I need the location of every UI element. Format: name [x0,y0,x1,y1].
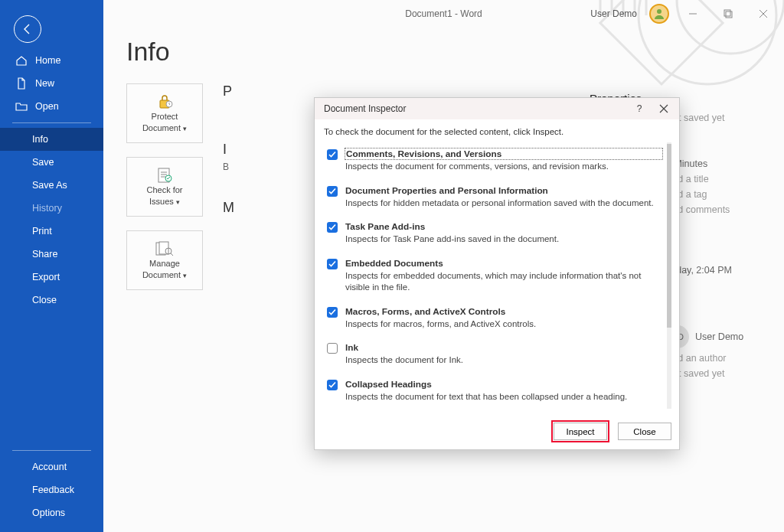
sidebar-label: Export [32,272,60,282]
option-label[interactable]: Document Properties and Personal Informa… [345,185,662,196]
inspector-option: Comments, Revisions, and VersionsInspect… [324,142,662,179]
sidebar-label: Save As [32,180,67,191]
checkbox[interactable] [327,380,338,390]
main-area: Document1 - Word User Demo Info Protect … [103,0,784,532]
option-description: Inspects the document for Ink. [345,354,662,367]
decorative-pattern [585,0,784,107]
sidebar-item-open[interactable]: Open [0,95,103,118]
svg-point-1 [677,0,784,54]
option-description: Inspects for macros, forms, and ActiveX … [345,318,662,331]
option-description: Inspects for embedded documents, which m… [345,270,662,294]
inspector-option: Embedded DocumentsInspects for embedded … [324,252,662,300]
sidebar-label: Share [32,249,57,259]
close-button[interactable]: Close [618,423,671,440]
author-name[interactable]: User Demo [695,331,743,342]
option-description: Inspects the document for comments, vers… [345,161,662,173]
sidebar-label: Home [35,55,60,66]
sidebar-item-export[interactable]: Export [0,266,103,289]
sidebar-item-history: History [0,197,103,220]
chevron-down-icon: ▾ [183,125,187,132]
home-icon [15,54,28,67]
chevron-down-icon: ▾ [183,272,187,279]
card-label-1: Manage [149,259,180,269]
document-inspector-dialog: Document Inspector ? To check the docume… [314,97,680,450]
option-label[interactable]: Collapsed Headings [345,379,662,390]
sidebar-label: History [32,203,62,214]
sidebar-item-new[interactable]: New [0,72,103,95]
window-title: Document1 - Word [405,8,482,19]
sidebar-label: Save [32,157,54,168]
sidebar-separator [12,122,91,123]
option-label[interactable]: Comments, Revisions, and Versions [345,149,662,159]
card-label-1: Check for [146,185,182,195]
option-description: Inspects the document for text that has … [345,391,662,403]
card-label-2: Document [142,123,183,132]
dialog-titlebar[interactable]: Document Inspector ? [315,98,679,119]
document-icon [15,77,28,90]
dialog-title: Document Inspector [324,103,627,114]
dialog-help-button[interactable]: ? [627,100,652,118]
sidebar-item-home[interactable]: Home [0,49,103,72]
inspector-option: Document Properties and Personal Informa… [324,179,662,216]
sidebar-item-feedback[interactable]: Feedback [0,478,103,501]
option-description: Inspects for Task Pane add-ins saved in … [345,233,662,246]
app-root: Home New Open Info Save Save As History … [0,0,784,532]
chevron-down-icon: ▾ [176,198,180,206]
inspect-button[interactable]: Inspect [554,423,607,440]
inspector-option: Macros, Forms, and ActiveX ControlsInspe… [324,300,662,337]
sidebar-item-close[interactable]: Close [0,289,103,312]
card-label-2: Issues [149,197,176,206]
checkbox[interactable] [327,149,338,160]
folder-open-icon [15,100,28,113]
card-label-1: Protect [152,112,178,122]
sidebar-label: Feedback [32,485,74,495]
manage-doc-icon [154,240,175,257]
sidebar-item-saveas[interactable]: Save As [0,174,103,197]
option-description: Inspects for hidden metadata or personal… [345,197,662,210]
checkbox[interactable] [327,307,338,318]
option-label[interactable]: Task Pane Add-ins [345,221,662,232]
inspect-icon [154,167,175,184]
option-label[interactable]: Macros, Forms, and ActiveX Controls [345,306,662,317]
sidebar-item-save[interactable]: Save [0,151,103,174]
dialog-close-button[interactable] [652,100,676,118]
option-label[interactable]: Embedded Documents [345,258,662,269]
back-button[interactable] [14,15,41,43]
sidebar-label: New [35,78,54,89]
protect-document-button[interactable]: Protect Document ▾ [126,83,203,143]
sidebar-item-print[interactable]: Print [0,220,103,243]
scrollbar-thumb[interactable] [667,144,671,328]
card-label-2: Document [142,270,183,279]
sidebar-separator [12,450,91,451]
option-label[interactable]: Ink [345,342,662,353]
checkbox[interactable] [327,222,338,233]
inspector-option: Collapsed HeadingsInspects the document … [324,373,662,410]
backstage-sidebar: Home New Open Info Save Save As History … [0,0,103,532]
checkbox[interactable] [327,343,338,354]
manage-document-button[interactable]: Manage Document ▾ [126,230,203,290]
sidebar-label: Open [35,101,59,112]
inspector-options-list: Comments, Revisions, and VersionsInspect… [324,142,671,409]
svg-point-0 [639,0,776,84]
sidebar-label: Options [32,508,65,518]
sidebar-label: Print [32,226,52,237]
inspector-option: Task Pane Add-insInspects for Task Pane … [324,215,662,252]
sidebar-item-account[interactable]: Account [0,455,103,478]
check-for-issues-button[interactable]: Check for Issues ▾ [126,157,203,217]
arrow-left-icon [21,23,34,35]
checkbox[interactable] [327,259,338,269]
sidebar-label: Close [32,295,57,305]
sidebar-label: Account [32,462,67,472]
sidebar-item-share[interactable]: Share [0,243,103,266]
sidebar-label: Info [32,134,48,145]
sidebar-item-options[interactable]: Options [0,501,103,524]
lock-icon [154,93,175,110]
inspector-option: InkInspects the document for Ink. [324,336,662,373]
dialog-intro-text: To check the document for the selected c… [324,127,671,136]
checkbox[interactable] [327,186,338,197]
sidebar-item-info[interactable]: Info [0,128,103,151]
